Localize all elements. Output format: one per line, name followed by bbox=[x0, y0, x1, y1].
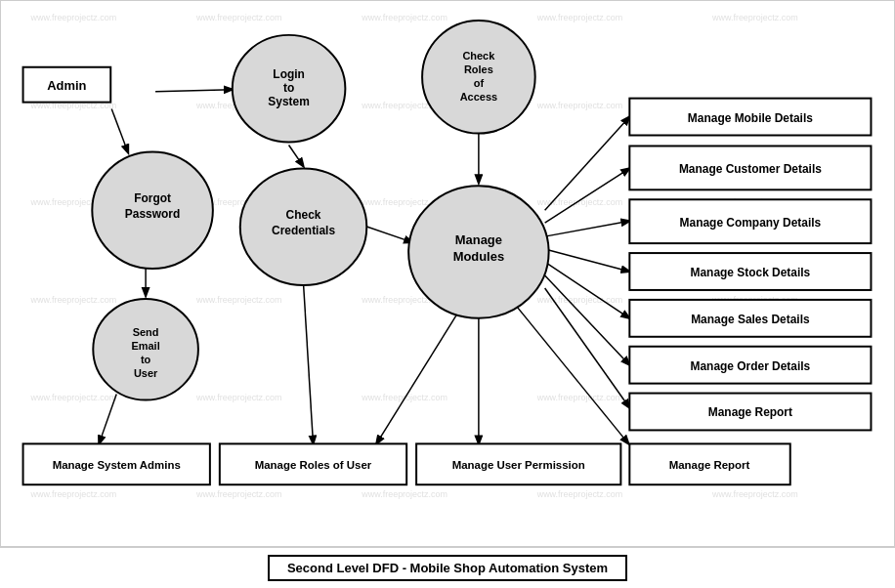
login-label3: System bbox=[268, 95, 309, 108]
send-email-label3: to bbox=[141, 354, 151, 365]
svg-text:www.freeprojectz.com: www.freeprojectz.com bbox=[361, 13, 448, 22]
check-creds-label1: Check bbox=[286, 208, 321, 222]
svg-text:www.freeprojectz.com: www.freeprojectz.com bbox=[536, 13, 623, 22]
svg-text:www.freeprojectz.com: www.freeprojectz.com bbox=[30, 489, 117, 499]
svg-text:www.freeprojectz.com: www.freeprojectz.com bbox=[711, 489, 798, 499]
admin-label: Admin bbox=[47, 78, 86, 93]
svg-text:www.freeprojectz.com: www.freeprojectz.com bbox=[30, 13, 117, 22]
manage-report-right-label: Manage Report bbox=[708, 405, 792, 419]
svg-line-32 bbox=[289, 145, 304, 166]
send-email-label4: User bbox=[134, 367, 158, 379]
send-email-label2: Email bbox=[131, 340, 159, 352]
manage-modules-label2: Modules bbox=[453, 249, 504, 264]
manage-mobile-label: Manage Mobile Details bbox=[688, 111, 813, 125]
svg-text:www.freeprojectz.com: www.freeprojectz.com bbox=[361, 489, 448, 499]
svg-line-40 bbox=[545, 249, 630, 272]
svg-line-47 bbox=[304, 283, 314, 443]
check-roles-label2: Roles bbox=[464, 63, 493, 75]
svg-text:www.freeprojectz.com: www.freeprojectz.com bbox=[536, 101, 623, 110]
manage-modules-label1: Manage bbox=[455, 232, 502, 247]
svg-text:www.freeprojectz.com: www.freeprojectz.com bbox=[30, 393, 117, 402]
svg-line-30 bbox=[155, 90, 233, 92]
svg-line-44 bbox=[376, 315, 456, 444]
svg-line-39 bbox=[545, 221, 630, 236]
svg-text:www.freeprojectz.com: www.freeprojectz.com bbox=[195, 13, 282, 22]
footer-bar: Second Level DFD - Mobile Shop Automatio… bbox=[0, 547, 895, 588]
manage-stock-label: Manage Stock Details bbox=[691, 266, 811, 279]
footer-label: Second Level DFD - Mobile Shop Automatio… bbox=[268, 555, 627, 581]
svg-text:www.freeprojectz.com: www.freeprojectz.com bbox=[536, 295, 623, 305]
login-label: Login bbox=[273, 67, 304, 81]
svg-line-41 bbox=[545, 262, 630, 318]
check-creds-label2: Credentials bbox=[272, 224, 335, 237]
check-roles-label4: Access bbox=[460, 91, 497, 103]
manage-order-label: Manage Order Details bbox=[691, 359, 811, 373]
manage-customer-label: Manage Customer Details bbox=[679, 162, 822, 176]
svg-text:www.freeprojectz.com: www.freeprojectz.com bbox=[536, 393, 623, 402]
manage-user-perm-label: Manage User Permission bbox=[452, 459, 585, 471]
svg-text:www.freeprojectz.com: www.freeprojectz.com bbox=[195, 489, 282, 499]
svg-line-33 bbox=[111, 109, 128, 153]
manage-company-label: Manage Company Details bbox=[680, 216, 822, 230]
svg-line-36 bbox=[362, 225, 412, 242]
login-label2: to bbox=[283, 81, 294, 95]
manage-sys-admins-label: Manage System Admins bbox=[53, 459, 181, 471]
send-email-label1: Send bbox=[133, 326, 159, 338]
diagram-container: www.freeprojectz.com www.freeprojectz.co… bbox=[0, 0, 895, 547]
check-roles-label3: of bbox=[474, 77, 485, 89]
manage-report-bottom-label: Manage Report bbox=[669, 459, 750, 471]
svg-text:www.freeprojectz.com: www.freeprojectz.com bbox=[30, 295, 117, 305]
manage-roles-label: Manage Roles of User bbox=[255, 459, 372, 471]
forgot-label2: Password bbox=[125, 207, 180, 221]
manage-sales-label: Manage Sales Details bbox=[691, 313, 810, 326]
svg-text:www.freeprojectz.com: www.freeprojectz.com bbox=[711, 13, 798, 22]
svg-line-43 bbox=[545, 288, 630, 408]
svg-text:www.freeprojectz.com: www.freeprojectz.com bbox=[195, 393, 282, 402]
svg-line-42 bbox=[545, 275, 630, 365]
svg-text:www.freeprojectz.com: www.freeprojectz.com bbox=[536, 489, 623, 499]
forgot-label1: Forgot bbox=[134, 191, 171, 205]
check-roles-label1: Check bbox=[462, 50, 495, 62]
svg-text:www.freeprojectz.com: www.freeprojectz.com bbox=[195, 295, 282, 305]
